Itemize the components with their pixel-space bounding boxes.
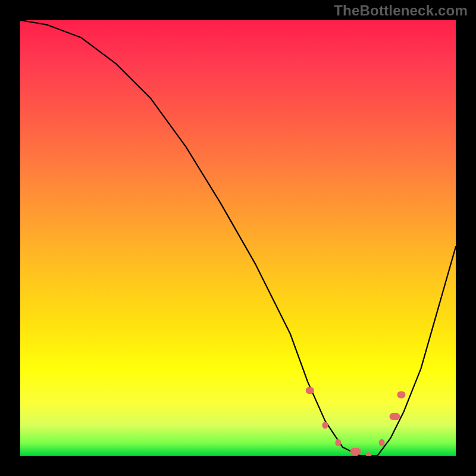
marker-fit-start	[306, 387, 314, 394]
marker-fit-valley-out	[379, 439, 385, 446]
watermark-text: TheBottleneck.com	[334, 2, 468, 19]
chart-svg	[20, 20, 456, 456]
marker-fit-left-inner	[322, 422, 328, 429]
marker-fit-right-inner	[390, 413, 400, 420]
marker-group	[306, 387, 406, 456]
marker-fit-valley	[350, 448, 361, 455]
marker-fit-valley-mid	[366, 452, 372, 456]
chart-container: TheBottleneck.com	[0, 0, 476, 476]
marker-fit-end	[397, 392, 406, 399]
plot-background	[20, 20, 456, 456]
marker-fit-valley-in	[335, 439, 341, 446]
optimality-curve	[20, 20, 456, 456]
